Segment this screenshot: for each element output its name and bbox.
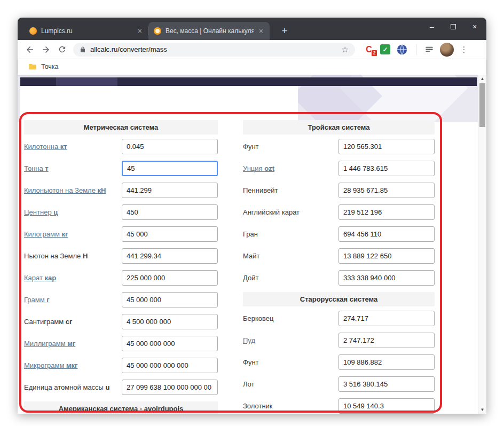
unit-link[interactable]: Микрограмм мкг — [24, 361, 77, 369]
value-input[interactable] — [122, 204, 218, 220]
tab-close-icon[interactable]: × — [137, 27, 143, 35]
section-title: Тройская система — [243, 120, 435, 135]
value-input[interactable] — [338, 161, 435, 176]
converter-row: Миллиграмм мг — [24, 336, 218, 351]
value-input[interactable] — [338, 204, 435, 220]
value-input[interactable] — [122, 292, 218, 307]
value-input[interactable] — [122, 314, 218, 329]
maximize-button[interactable] — [443, 18, 464, 36]
forward-icon — [41, 45, 51, 54]
converter-row: Единица атомной массы u — [24, 380, 218, 395]
value-input[interactable] — [122, 183, 218, 198]
value-input[interactable] — [338, 226, 435, 242]
value-input[interactable] — [338, 398, 435, 414]
value-input[interactable] — [122, 270, 218, 286]
unit-link[interactable]: Пуд — [243, 336, 255, 344]
unit-label: Фунт — [243, 143, 259, 151]
unit-link[interactable]: Унция ozt — [243, 164, 274, 172]
unit-label: Майт — [243, 252, 259, 260]
bookmarks-bar: Точка — [18, 59, 486, 75]
address-bar[interactable]: allcalc.ru/converter/mass ☆ — [73, 43, 355, 57]
converter-row: Гран — [243, 226, 435, 242]
extension-c-icon[interactable]: C 2 — [364, 45, 374, 54]
converter-row: Ньютон на Земле Н — [24, 248, 218, 264]
section-title: Старорусская система — [243, 292, 435, 306]
minimize-button[interactable]: – — [421, 18, 443, 36]
value-input[interactable] — [338, 183, 435, 198]
value-input[interactable] — [338, 270, 435, 286]
converter-row: Килограмм кг — [24, 226, 218, 242]
tab-mass-converter[interactable]: Вес, масса | Онлайн калькулято × — [148, 22, 270, 40]
menu-kebab-icon[interactable]: ⋮ — [460, 45, 468, 54]
converter-row: Карат кар — [24, 270, 218, 286]
globe-extension-icon[interactable] — [396, 44, 408, 56]
value-input[interactable] — [122, 226, 218, 242]
section-title: Метрическая система — [24, 120, 218, 135]
page-content: Метрическая системаКилотонна ктТонна тКи… — [18, 75, 486, 414]
forward-button[interactable] — [38, 42, 54, 58]
value-input[interactable] — [122, 336, 218, 351]
converter-row: Пеннивейт — [243, 183, 435, 198]
browser-window: Lumpics.ru × Вес, масса | Онлайн калькул… — [18, 18, 486, 414]
site-header-strip — [20, 77, 477, 86]
unit-link[interactable]: Килоньютон на Земле кН — [24, 186, 106, 194]
unit-label: Единица атомной массы u — [24, 383, 110, 391]
converter-row: Унция ozt — [243, 161, 435, 176]
unit-link[interactable]: Карат кар — [24, 274, 56, 282]
tab-title: Вес, масса | Онлайн калькулято — [166, 27, 254, 35]
scroll-up-icon[interactable]: ▲ — [478, 76, 486, 81]
new-tab-button[interactable]: + — [277, 23, 292, 38]
url-text[interactable]: allcalc.ru/converter/mass — [90, 45, 337, 53]
value-input[interactable] — [122, 161, 218, 176]
metric-column: Метрическая системаКилотонна ктТонна тКи… — [24, 120, 218, 414]
refresh-button[interactable] — [54, 42, 70, 58]
page-scrollbar[interactable]: ▲ ▼ — [478, 75, 486, 414]
converter-row: Центнер ц — [24, 204, 218, 220]
value-input[interactable] — [122, 380, 218, 395]
unit-link[interactable]: Килограмм кг — [24, 230, 68, 238]
value-input[interactable] — [338, 333, 435, 348]
extension-area: C 2 ✓ ⋮ — [364, 43, 468, 57]
unit-link[interactable]: Миллиграмм мг — [24, 340, 75, 348]
unit-label: Лот — [243, 380, 254, 388]
converter-row: Пуд — [243, 333, 435, 348]
unit-link[interactable]: Тонна т — [24, 164, 49, 172]
value-input[interactable] — [338, 354, 435, 370]
tab-lumpics[interactable]: Lumpics.ru × — [24, 22, 148, 40]
value-input[interactable] — [338, 248, 435, 264]
unit-link[interactable]: Грамм г — [24, 296, 50, 304]
reading-list-icon[interactable] — [424, 45, 434, 54]
converter-row: Дойт — [243, 270, 435, 286]
site-header-segment — [56, 77, 117, 86]
troy-oldrussian-column: Тройская системаФунтУнция oztПеннивейтАн… — [243, 120, 435, 414]
extension-check-icon[interactable]: ✓ — [380, 44, 390, 54]
converter-row: Лот — [243, 376, 435, 392]
bookmark-tochka[interactable]: Точка — [41, 63, 59, 70]
lock-icon — [80, 46, 86, 53]
value-input[interactable] — [338, 376, 435, 392]
close-button[interactable]: × — [464, 18, 485, 36]
unit-label: Гран — [243, 230, 258, 238]
converter-row: Микрограмм мкг — [24, 358, 218, 373]
back-icon — [25, 45, 35, 54]
scroll-down-icon[interactable]: ▼ — [478, 407, 486, 412]
back-button[interactable] — [22, 42, 38, 58]
scrollbar-thumb[interactable] — [479, 83, 485, 127]
unit-link[interactable]: Центнер ц — [24, 208, 58, 216]
folder-icon — [28, 62, 37, 71]
value-input[interactable] — [338, 139, 435, 154]
converter-row: Фунт — [243, 354, 435, 370]
converter-row: Берковец — [243, 311, 435, 326]
unit-link[interactable]: Килотонна кт — [24, 143, 67, 151]
unit-label: Золотник — [243, 402, 273, 410]
value-input[interactable] — [122, 248, 218, 264]
unit-label: Пеннивейт — [243, 186, 278, 194]
converter-row: Английский карат — [243, 204, 435, 220]
tab-close-icon[interactable]: × — [258, 27, 264, 35]
profile-avatar[interactable] — [440, 43, 454, 57]
value-input[interactable] — [122, 358, 218, 373]
bookmark-star-icon[interactable]: ☆ — [342, 45, 349, 54]
tab-title: Lumpics.ru — [41, 27, 132, 35]
value-input[interactable] — [338, 311, 435, 326]
value-input[interactable] — [122, 139, 218, 154]
